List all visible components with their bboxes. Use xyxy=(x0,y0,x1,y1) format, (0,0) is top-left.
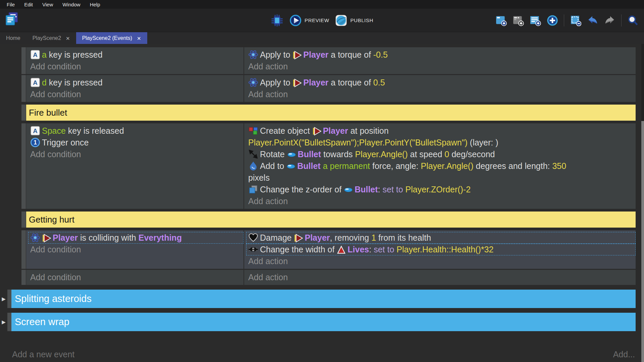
add-action-button[interactable]: Add action xyxy=(246,255,636,267)
text-segment: Apply to xyxy=(260,50,292,59)
add-new-event-button[interactable]: Add a new event xyxy=(12,350,74,359)
group-collapse-button[interactable]: ▶ xyxy=(0,313,7,331)
text-segment: Player xyxy=(303,50,328,59)
vertical-scrollbar-thumb[interactable] xyxy=(641,121,644,362)
player-icon xyxy=(42,234,51,243)
action-line[interactable]: Apply to Player a torque of 0.5 xyxy=(246,77,636,88)
action-line[interactable]: Damage Player, removing 1 from its healt… xyxy=(246,232,636,244)
add-comment-icon[interactable] xyxy=(530,15,541,26)
text-segment: from its health xyxy=(376,233,431,242)
actions-column: Apply to Player a torque of -0.5Add acti… xyxy=(244,47,636,74)
add-subevent-icon[interactable] xyxy=(513,15,524,26)
svg-text:A: A xyxy=(33,127,38,134)
text-segment: key is released xyxy=(66,126,124,135)
tab-playscene2[interactable]: PlayScene2✕ xyxy=(26,32,76,44)
text-segment: a xyxy=(42,50,47,59)
menu-bar: FileEditViewWindowHelp xyxy=(0,0,644,9)
tab-home[interactable]: Home xyxy=(0,32,26,44)
group-title[interactable]: Splitting asteroids xyxy=(11,290,636,308)
vertical-scrollbar-track xyxy=(641,44,644,362)
project-manager-icon[interactable] xyxy=(4,11,19,26)
preview-label: PREVIEW xyxy=(305,17,329,23)
text-segment: 0.5 xyxy=(373,78,385,87)
menu-window[interactable]: Window xyxy=(58,2,85,7)
text-segment: key is pressed xyxy=(47,78,103,87)
text-segment: 1 xyxy=(371,233,376,242)
text-segment: Player xyxy=(305,233,330,242)
comment-row: Getting hurt xyxy=(21,212,636,228)
menu-file[interactable]: File xyxy=(2,2,19,7)
menu-help[interactable]: Help xyxy=(85,2,105,7)
menu-edit[interactable]: Edit xyxy=(19,2,38,7)
zorder-icon xyxy=(248,184,258,194)
player-icon xyxy=(292,51,302,60)
add-event-icon[interactable] xyxy=(495,15,507,26)
condition-line[interactable]: Ad key is pressed xyxy=(28,77,244,88)
comment-row: Fire bullet xyxy=(21,105,636,121)
event-row: ASpace key is released1Trigger onceAdd c… xyxy=(21,123,636,209)
conditions-column: Aa key is pressedAdd condition xyxy=(26,47,244,74)
physics-icon xyxy=(248,77,258,87)
text-segment: at speed xyxy=(408,149,445,159)
action-line[interactable]: Create object Player at positionPlayer.P… xyxy=(246,125,636,148)
action-line[interactable]: Apply to Player a torque of -0.5 xyxy=(246,49,636,61)
add-condition-button[interactable]: Add condition xyxy=(28,148,244,160)
text-segment: Create object xyxy=(260,126,312,135)
add-action-button[interactable]: Add action xyxy=(246,88,636,100)
add-condition-button[interactable]: Add condition xyxy=(28,272,244,283)
bullet-icon xyxy=(286,162,296,171)
condition-line[interactable]: 1Trigger once xyxy=(28,137,244,148)
add-condition-button[interactable]: Add condition xyxy=(28,61,244,72)
add-action-button[interactable]: Add action xyxy=(246,61,636,72)
condition-line[interactable]: ASpace key is released xyxy=(28,125,244,137)
text-segment: pixels xyxy=(248,173,270,182)
text-segment: Player.PointX("BulletSpawn");Player.Poin… xyxy=(248,138,468,147)
preview-play-icon xyxy=(289,14,302,26)
text-segment: is colliding with xyxy=(78,233,139,242)
bullet-icon xyxy=(287,150,296,159)
publish-label: PUBLISH xyxy=(351,17,373,23)
preview-button[interactable]: PREVIEW xyxy=(289,14,329,26)
add-circle-icon[interactable] xyxy=(547,15,558,26)
action-line[interactable]: Add to Bullet a permanent force, angle: … xyxy=(246,160,636,184)
text-segment: at position xyxy=(348,126,389,135)
action-line[interactable]: Change the z-order of Bullet: set to Pla… xyxy=(246,184,636,195)
actions-column: Add action xyxy=(244,270,636,285)
action-line[interactable]: Rotate Bullet towards Player.Angle() at … xyxy=(246,148,636,160)
menu-view[interactable]: View xyxy=(38,2,58,7)
add-button[interactable]: Add... xyxy=(613,350,635,359)
add-condition-button[interactable]: Add condition xyxy=(28,244,244,255)
comment-text[interactable]: Fire bullet xyxy=(26,105,636,121)
comment-text[interactable]: Getting hurt xyxy=(26,212,636,228)
rotate-icon xyxy=(248,149,258,159)
tab-playscene2-events-[interactable]: PlayScene2 (Events)✕ xyxy=(76,32,147,44)
event-group-row: ▶Splitting asteroids xyxy=(0,290,636,308)
text-segment: 0 xyxy=(444,149,449,159)
width-icon xyxy=(248,244,258,254)
text-segment: a torque of xyxy=(328,78,373,87)
redo-icon[interactable] xyxy=(604,15,615,26)
add-condition-button[interactable]: Add condition xyxy=(28,88,244,100)
undo-icon[interactable] xyxy=(587,15,598,26)
action-line[interactable]: Change the width of Lives: set to Player… xyxy=(246,244,636,255)
text-segment: Everything xyxy=(139,233,182,242)
text-segment: force, angle: xyxy=(370,161,421,171)
delete-selection-icon[interactable] xyxy=(570,15,581,26)
text-segment: , removing xyxy=(330,233,372,242)
tab-close-icon[interactable]: ✕ xyxy=(137,36,141,41)
toolbar-separator xyxy=(621,14,622,26)
tab-close-icon[interactable]: ✕ xyxy=(66,36,70,41)
text-segment: (layer: ) xyxy=(468,138,498,147)
text-segment: Player xyxy=(53,233,78,242)
text-segment: Lives xyxy=(347,245,369,254)
group-title[interactable]: Screen wrap xyxy=(11,313,636,331)
condition-line[interactable]: Aa key is pressed xyxy=(28,49,244,61)
condition-line[interactable]: Player is colliding with Everything xyxy=(28,232,244,244)
publish-button[interactable]: PUBLISH xyxy=(335,14,373,26)
text-segment: Player xyxy=(303,78,328,87)
add-action-button[interactable]: Add action xyxy=(246,272,636,283)
group-collapse-button[interactable]: ▶ xyxy=(0,290,7,308)
search-icon[interactable] xyxy=(627,15,639,26)
debug-icon[interactable] xyxy=(271,14,283,27)
add-action-button[interactable]: Add action xyxy=(246,195,636,207)
